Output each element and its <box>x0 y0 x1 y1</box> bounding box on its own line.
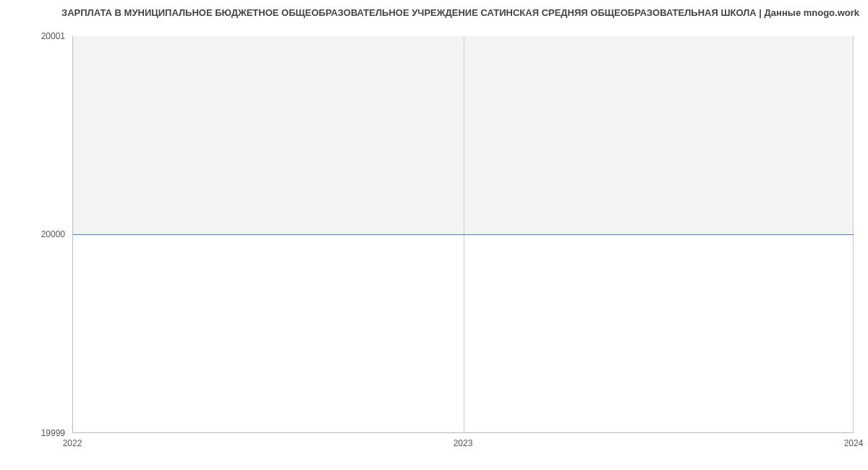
x-tick-2024: 2024 <box>844 438 864 448</box>
chart-container: ЗАРПЛАТА В МУНИЦИПАЛЬНОЕ БЮДЖЕТНОЕ ОБЩЕО… <box>0 0 868 470</box>
x-tick-2023: 2023 <box>454 438 473 448</box>
y-tick-middle: 20000 <box>0 229 65 239</box>
plot-area <box>72 36 854 433</box>
y-tick-top: 20001 <box>0 31 65 41</box>
x-tick-2022: 2022 <box>63 438 82 448</box>
series-line <box>73 234 854 235</box>
y-tick-bottom: 19999 <box>0 428 65 438</box>
chart-title: ЗАРПЛАТА В МУНИЦИПАЛЬНОЕ БЮДЖЕТНОЕ ОБЩЕО… <box>9 7 859 18</box>
